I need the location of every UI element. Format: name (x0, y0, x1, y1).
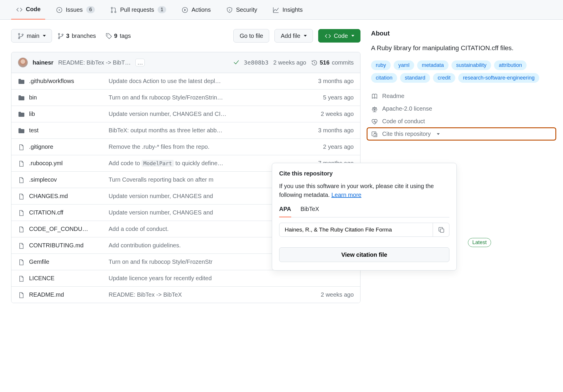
file-name[interactable]: CITATION.cff (29, 209, 104, 216)
file-commit-message[interactable]: Turn on and fix rubocop Style/FrozenStri… (109, 94, 293, 101)
code-download-button[interactable]: Code (318, 29, 360, 43)
nav-tab-security[interactable]: Security (221, 0, 262, 20)
file-icon (18, 292, 24, 298)
file-commit-message[interactable]: Update version number, CHANGES and (109, 193, 293, 200)
topic-tag[interactable]: attribution (494, 60, 527, 70)
cite-tab-bibtex[interactable]: BibTeX (301, 206, 319, 217)
cite-repo-button[interactable]: Cite this repository (367, 127, 556, 141)
file-icon (18, 177, 24, 183)
file-name[interactable]: CHANGES.md (29, 193, 104, 200)
file-row: README.mdREADME: BibTex -> BibTeX2 weeks… (11, 286, 360, 303)
file-icon (18, 242, 24, 249)
commit-author[interactable]: hainesr (33, 59, 53, 66)
file-commit-message[interactable]: README: BibTex -> BibTeX (109, 291, 293, 298)
code-of-conduct-link[interactable]: Code of conduct (371, 118, 552, 125)
file-commit-when: 2 weeks ago (298, 111, 354, 117)
nav-label: Issues (66, 6, 83, 13)
file-commit-when: 2 years ago (298, 143, 354, 150)
readme-link[interactable]: Readme (371, 93, 552, 99)
file-row: libUpdate version number, CHANGES and CI… (11, 106, 360, 122)
copy-citation-button[interactable] (433, 223, 449, 236)
file-commit-message[interactable]: Turn on and fix rubocop Style/FrozenStr (109, 258, 293, 265)
avatar[interactable] (18, 58, 28, 67)
go-to-file-button[interactable]: Go to file (233, 29, 269, 43)
add-file-button[interactable]: Add file (274, 29, 313, 43)
status-check-icon[interactable] (233, 59, 239, 67)
learn-more-link[interactable]: Learn more (331, 192, 361, 198)
nav-tab-actions[interactable]: Actions (177, 0, 215, 20)
latest-release-badge[interactable]: Latest (468, 238, 491, 247)
branch-select-button[interactable]: main (11, 29, 52, 43)
about-meta-list: Readme Apache-2.0 license Code of conduc… (371, 93, 552, 137)
nav-label: Actions (191, 6, 211, 13)
file-name[interactable]: CONTRIBUTING.md (29, 242, 104, 249)
commits-link[interactable]: 516 commits (311, 59, 354, 66)
file-row: LICENCEUpdate licence years for recently… (11, 270, 360, 286)
directory-icon (18, 127, 24, 134)
nav-tab-pulls[interactable]: Pull requests 1 (105, 0, 171, 20)
topic-tag[interactable]: standard (400, 73, 430, 83)
file-name[interactable]: README.md (29, 291, 104, 298)
topic-tag[interactable]: credit (433, 73, 455, 83)
file-name[interactable]: test (29, 127, 104, 134)
history-icon (311, 59, 317, 66)
citation-field (279, 223, 449, 237)
file-name[interactable]: .rubocop.yml (29, 160, 104, 167)
file-commit-message[interactable]: Add code to ModelPart to quickly define… (109, 160, 293, 167)
meta-label: Readme (382, 93, 404, 99)
file-commit-message[interactable]: Remove the .ruby-* files from the repo. (109, 143, 293, 150)
topic-tag[interactable]: citation (371, 73, 397, 83)
file-commit-message[interactable]: BibTeX: output months as three letter ab… (109, 127, 293, 134)
branches-text: branches (72, 33, 96, 39)
file-icon (18, 193, 24, 200)
nav-tab-issues[interactable]: Issues 6 (51, 0, 100, 20)
file-commit-message[interactable]: Turn Coveralls reporting back on after m (109, 176, 293, 183)
commit-message[interactable]: README: BibTex -> BibT… (58, 59, 131, 66)
nav-label: Code (26, 6, 41, 13)
nav-tab-insights[interactable]: Insights (268, 0, 307, 20)
expand-commit-button[interactable]: … (135, 59, 145, 66)
citation-text-input[interactable] (279, 223, 433, 236)
topic-tag[interactable]: sustainability (451, 60, 491, 70)
file-name[interactable]: .github/workflows (29, 78, 104, 85)
file-name[interactable]: Gemfile (29, 258, 104, 265)
view-citation-file-button[interactable]: View citation file (279, 247, 449, 262)
file-row: .github/workflowsUpdate docs Action to u… (11, 73, 360, 89)
caret-down-icon (351, 35, 354, 37)
file-commit-message[interactable]: Update licence years for recently edited (109, 275, 293, 282)
file-icon (18, 226, 24, 232)
tags-link[interactable]: 9 tags (105, 33, 131, 39)
file-commit-when: 5 years ago (298, 94, 354, 101)
topic-tag[interactable]: yaml (394, 60, 414, 70)
file-icon (18, 275, 24, 282)
file-commit-when: 3 months ago (298, 78, 354, 85)
topic-tag[interactable]: metadata (417, 60, 449, 70)
license-link[interactable]: Apache-2.0 license (371, 105, 552, 112)
topic-tag[interactable]: research-software-engineering (458, 73, 539, 83)
meta-label: Code of conduct (382, 118, 425, 125)
code-icon (324, 33, 331, 39)
popover-title: Cite this repository (279, 170, 449, 177)
file-commit-message[interactable]: Update docs Action to use the latest dep… (109, 78, 293, 85)
file-name[interactable]: lib (29, 111, 104, 117)
cite-tab-apa[interactable]: APA (279, 206, 291, 217)
file-commit-message[interactable]: Add contribution guidelines. (109, 242, 293, 249)
file-commit-message[interactable]: Add a code of conduct. (109, 226, 293, 232)
button-label: Go to file (240, 33, 263, 39)
file-name[interactable]: CODE_OF_CONDU… (29, 226, 104, 232)
copy-icon (438, 227, 444, 233)
file-commit-when: 2 weeks ago (298, 291, 354, 298)
repo-toolbar: main 3 branches 9 tags Go to file Add fi… (11, 29, 360, 43)
file-commit-message[interactable]: Update version number, CHANGES and (109, 209, 293, 216)
file-name[interactable]: LICENCE (29, 275, 104, 282)
branches-link[interactable]: 3 branches (57, 33, 96, 39)
commit-sha[interactable]: 3e808b3 (244, 59, 269, 66)
file-name[interactable]: bin (29, 94, 104, 101)
commits-text: commits (332, 59, 354, 66)
file-name[interactable]: .gitignore (29, 143, 104, 150)
topic-tag[interactable]: ruby (371, 60, 391, 70)
file-name[interactable]: .simplecov (29, 176, 104, 183)
file-commit-message[interactable]: Update version number, CHANGES and CI… (109, 111, 293, 117)
nav-tab-code[interactable]: Code (11, 0, 45, 20)
graph-icon (272, 6, 279, 13)
